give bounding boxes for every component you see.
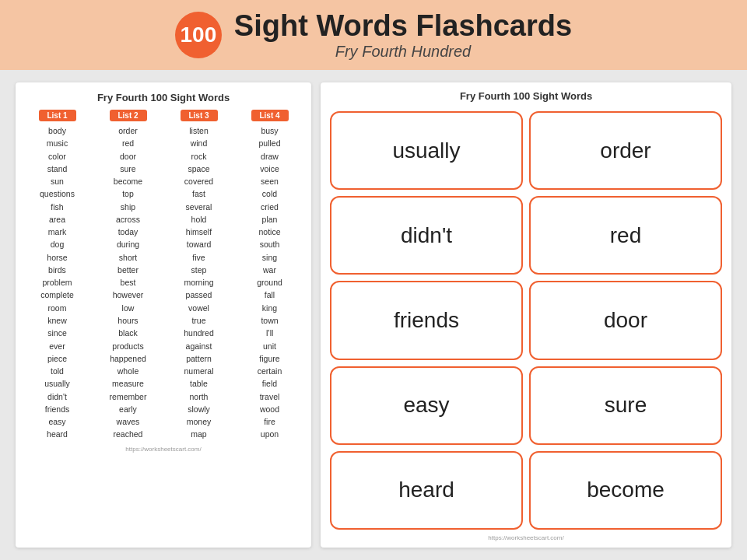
list-item: wood (260, 403, 279, 415)
list-item: waves (117, 415, 140, 428)
flashcard: become (529, 451, 722, 530)
list-item: north (190, 390, 209, 403)
list-item: body (48, 124, 66, 137)
list-item: field (262, 377, 277, 390)
list-item: fire (264, 415, 275, 428)
list-item: hundred (184, 327, 214, 339)
word-col-2: orderreddoorsurebecometopshipacrosstoday… (93, 124, 163, 441)
list-item: during (117, 238, 139, 250)
left-panel: Fry Fourth 100 Sight Words List 1 List 2… (16, 82, 311, 548)
list-item: birds (48, 264, 66, 276)
list-item: map (191, 428, 206, 440)
list-item: numeral (184, 365, 214, 377)
list-badge-2: List 2 (110, 110, 147, 121)
list-item: piece (47, 352, 67, 365)
list-item: early (119, 403, 137, 415)
flashcard: usually (330, 111, 523, 190)
list-item: sing (262, 251, 277, 264)
list-item: sun (51, 175, 64, 187)
list-item: reached (114, 428, 143, 440)
list-item: measure (112, 377, 144, 390)
list-item: problem (43, 276, 72, 289)
list-item: however (113, 289, 144, 301)
list-item: color (48, 150, 66, 163)
list-item: figure (259, 352, 279, 365)
list-item: several (186, 201, 212, 213)
list-item: black (118, 327, 138, 339)
list-item: ship (121, 201, 135, 213)
list-item: south (260, 238, 280, 250)
list-item: hold (191, 213, 207, 226)
list-item: ever (49, 340, 65, 352)
list-item: music (47, 137, 68, 149)
list-item: happened (110, 352, 146, 365)
list-item: today (118, 226, 139, 238)
list-item: fish (51, 201, 63, 213)
list-item: low (122, 302, 135, 314)
list-item: himself (186, 226, 212, 238)
list-item: red (122, 137, 134, 149)
list-item: five (192, 251, 205, 264)
list-item: plan (262, 213, 278, 226)
list-item: voice (260, 163, 279, 175)
list-item: usually (44, 377, 70, 390)
list-item: travel (260, 390, 280, 403)
flashcard-grid: usuallyorderdidn'tredfriendsdooreasysure… (330, 111, 722, 530)
list-item: vowel (188, 302, 209, 314)
flashcard: order (529, 111, 722, 190)
list-item: told (51, 365, 64, 377)
list-item: slowly (188, 403, 210, 415)
list-item: fall (265, 289, 275, 301)
list-item: area (49, 213, 65, 226)
word-col-3: listenwindrockspacecoveredfastseveralhol… (163, 124, 234, 441)
list-item: mark (48, 226, 66, 238)
flashcard: heard (330, 451, 523, 530)
list-item: covered (184, 175, 213, 187)
list-item: ground (257, 276, 282, 289)
list-headers: List 1 List 2 List 3 List 4 (22, 110, 305, 121)
list-item: cold (262, 187, 277, 200)
list-item: didn't (47, 390, 67, 403)
list-item: certain (258, 365, 282, 377)
page-subtitle: Fry Fourth Hundred (335, 43, 472, 61)
word-col-1: bodymusiccolorstandsunquestionsfishaream… (22, 124, 93, 441)
list-item: room (48, 302, 67, 314)
header-text: Sight Words Flashcards Fry Fourth Hundre… (234, 9, 572, 61)
flashcard: didn't (330, 196, 523, 275)
list-item: space (188, 163, 209, 175)
list-item: questions (40, 187, 75, 200)
badge-100: 100 (175, 12, 222, 58)
list-item: toward (187, 238, 212, 250)
list-item: true (191, 314, 205, 327)
list-badge-1: List 1 (39, 110, 76, 121)
list-item: town (261, 314, 278, 327)
list-item: short (119, 251, 137, 264)
list-item: friends (45, 403, 70, 415)
list-item: easy (48, 415, 65, 428)
list-item: best (121, 276, 136, 289)
page-title: Sight Words Flashcards (234, 9, 572, 43)
flashcard: friends (330, 281, 523, 359)
list-item: money (187, 415, 212, 428)
list-badge-4: List 4 (251, 110, 289, 121)
word-col-4: busypulleddrawvoiceseencoldcriedplannoti… (234, 124, 305, 441)
list-item: since (47, 327, 67, 339)
list-item: busy (261, 124, 278, 137)
left-panel-title: Fry Fourth 100 Sight Words (97, 92, 230, 103)
list-item: sure (120, 163, 135, 175)
list-badge-3: List 3 (181, 110, 218, 121)
list-item: products (112, 340, 143, 352)
list-item: knew (47, 314, 67, 327)
list-item: war (263, 264, 276, 276)
list-item: become (114, 175, 142, 187)
list-item: hours (117, 314, 138, 327)
list-item: table (190, 377, 208, 390)
list-item: better (117, 264, 139, 276)
list-item: notice (258, 226, 280, 238)
flashcard: door (529, 281, 722, 359)
word-columns: bodymusiccolorstandsunquestionsfishaream… (22, 124, 305, 441)
list-item: pulled (258, 137, 280, 149)
list-item: whole (117, 365, 139, 377)
list-item: across (116, 213, 140, 226)
right-panel: Fry Fourth 100 Sight Words usuallyorderd… (321, 82, 731, 548)
